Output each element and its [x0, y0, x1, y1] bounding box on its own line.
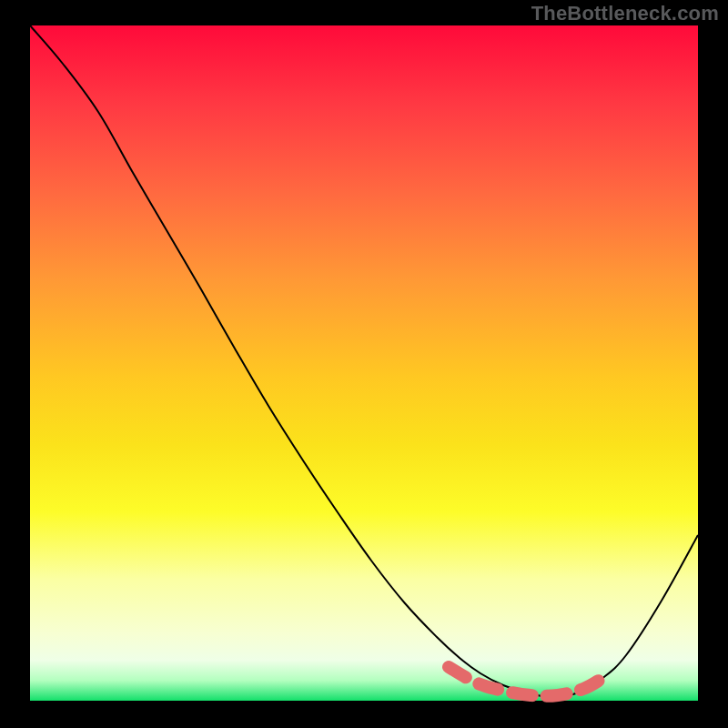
chart-frame: TheBottleneck.com [0, 0, 728, 728]
plot-area [30, 25, 698, 701]
chart-svg [30, 25, 698, 701]
bottleneck-curve [30, 25, 698, 697]
optimal-range-marker [449, 667, 602, 696]
watermark: TheBottleneck.com [531, 2, 719, 25]
